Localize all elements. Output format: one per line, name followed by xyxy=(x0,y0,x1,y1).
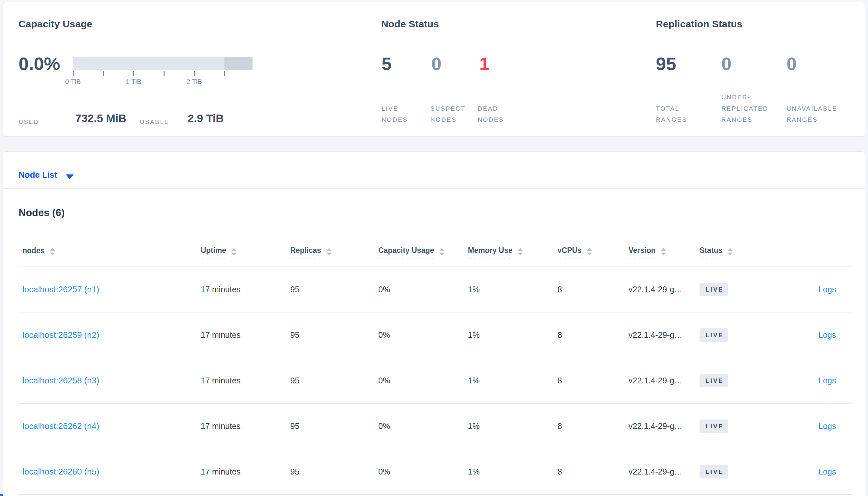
logs-link[interactable]: Logs xyxy=(819,285,836,294)
column-header-status[interactable]: Status xyxy=(700,246,782,259)
tick-label: 0 TiB xyxy=(54,78,92,86)
sort-icon xyxy=(661,248,666,255)
column-label: Replicas xyxy=(290,246,321,259)
dead-nodes-label: DEAD NODES xyxy=(478,103,520,125)
memory-cell: 1% xyxy=(468,467,557,477)
column-label: Status xyxy=(700,246,722,259)
live-nodes-label: LIVE NODES xyxy=(381,103,421,125)
memory-cell: 1% xyxy=(468,330,557,340)
sort-icon xyxy=(728,248,733,255)
table-row: localhost:26258 (n3) 17 minutes 95 0% 1%… xyxy=(18,358,852,404)
tick-mark xyxy=(194,71,195,76)
tick-mark xyxy=(164,71,165,76)
used-value: 732.5 MiB xyxy=(75,112,126,125)
replication-status-title: Replication Status xyxy=(656,18,742,30)
used-label: USED xyxy=(18,119,39,126)
node-link[interactable]: localhost:26262 (n4) xyxy=(23,421,99,431)
vcpus-cell: 8 xyxy=(557,421,629,431)
uptime-cell: 17 minutes xyxy=(201,330,290,340)
sort-icon xyxy=(50,248,55,255)
status-badge: LIVE xyxy=(700,328,728,342)
tick-label: 2 TiB xyxy=(175,78,214,86)
uptime-cell: 17 minutes xyxy=(201,467,290,477)
node-link[interactable]: localhost:26257 (n1) xyxy=(23,284,99,294)
column-header-version[interactable]: Version xyxy=(629,246,700,259)
tick-mark xyxy=(73,71,74,76)
sort-icon xyxy=(327,248,332,255)
bottom-edge-element xyxy=(0,494,3,496)
column-header-memory-use[interactable]: Memory Use xyxy=(468,246,557,259)
logs-link[interactable]: Logs xyxy=(819,376,836,385)
live-nodes-count: 5 xyxy=(381,54,392,74)
usable-label: USABLE xyxy=(140,119,169,126)
tick-mark xyxy=(103,71,104,76)
under-replicated-ranges-count: 0 xyxy=(721,54,732,74)
version-cell: v22.1.4-29-g… xyxy=(629,285,700,294)
tick-mark xyxy=(224,71,225,76)
status-badge: LIVE xyxy=(700,283,728,296)
tick-label: 1 TiB xyxy=(114,78,153,86)
status-badge: LIVE xyxy=(700,465,728,478)
table-row: localhost:26260 (n5) 17 minutes 95 0% 1%… xyxy=(18,449,852,495)
column-header-replicas[interactable]: Replicas xyxy=(290,246,378,259)
replicas-cell: 95 xyxy=(290,421,378,431)
nodes-table: nodes Uptime Replicas Capacity Usage Mem… xyxy=(18,238,852,495)
total-ranges-count: 95 xyxy=(656,54,676,74)
tick-mark xyxy=(133,71,134,76)
unavailable-ranges-count: 0 xyxy=(787,54,797,74)
memory-cell: 1% xyxy=(468,376,557,385)
version-cell: v22.1.4-29-g… xyxy=(629,376,700,385)
table-row: localhost:26259 (n2) 17 minutes 95 0% 1%… xyxy=(18,312,852,358)
suspect-nodes-label: SUSPECT NODES xyxy=(430,103,478,125)
logs-link[interactable]: Logs xyxy=(819,421,836,431)
uptime-cell: 17 minutes xyxy=(201,421,290,431)
column-label: nodes xyxy=(23,246,45,258)
replicas-cell: 95 xyxy=(290,330,378,340)
vcpus-cell: 8 xyxy=(557,330,629,340)
capacity-cell: 0% xyxy=(378,421,468,431)
column-header-capacity-usage[interactable]: Capacity Usage xyxy=(378,246,468,259)
sort-icon xyxy=(518,248,523,255)
uptime-cell: 17 minutes xyxy=(201,285,290,294)
node-status-title: Node Status xyxy=(381,18,439,30)
capacity-cell: 0% xyxy=(378,376,468,385)
capacity-usage-bar xyxy=(73,57,253,69)
replicas-cell: 95 xyxy=(290,467,378,477)
column-label: Uptime xyxy=(201,246,226,259)
vcpus-cell: 8 xyxy=(557,376,629,385)
node-link[interactable]: localhost:26258 (n3) xyxy=(23,376,99,385)
capacity-usage-title: Capacity Usage xyxy=(18,18,92,30)
sort-icon xyxy=(439,248,445,255)
column-label: Capacity Usage xyxy=(378,246,434,259)
column-header-vcpus[interactable]: vCPUs xyxy=(557,246,629,259)
column-header-nodes[interactable]: nodes xyxy=(23,246,201,258)
logs-link[interactable]: Logs xyxy=(819,330,836,339)
dead-nodes-count: 1 xyxy=(479,54,489,74)
status-badge: LIVE xyxy=(700,374,728,387)
column-header-uptime[interactable]: Uptime xyxy=(201,246,290,259)
version-cell: v22.1.4-29-g… xyxy=(629,467,700,477)
sort-icon xyxy=(587,248,592,255)
table-row: localhost:26257 (n1) 17 minutes 95 0% 1%… xyxy=(18,267,852,312)
logs-link[interactable]: Logs xyxy=(819,467,836,476)
capacity-cell: 0% xyxy=(378,330,468,340)
capacity-bar-dark-segment xyxy=(224,57,253,69)
node-list-dropdown[interactable]: Node List xyxy=(3,152,865,189)
node-link[interactable]: localhost:26259 (n2) xyxy=(23,330,99,340)
sort-icon xyxy=(231,248,237,255)
uptime-cell: 17 minutes xyxy=(201,376,290,385)
cluster-overview-panel: Capacity Usage 0.0% 0 TiB 1 TiB 2 TiB US… xyxy=(3,2,865,137)
status-badge: LIVE xyxy=(700,419,728,433)
capacity-percent: 0.0% xyxy=(18,54,60,74)
nodes-heading: Nodes (6) xyxy=(18,207,64,219)
caret-down-icon xyxy=(66,174,74,179)
column-label: vCPUs xyxy=(557,246,582,259)
node-link[interactable]: localhost:26260 (n5) xyxy=(23,467,99,477)
column-label: Memory Use xyxy=(468,246,512,259)
unavailable-ranges-label: UNAVAILABLE RANGES xyxy=(787,103,862,125)
vcpus-cell: 8 xyxy=(557,467,629,477)
replicas-cell: 95 xyxy=(290,285,378,294)
table-row: localhost:26262 (n4) 17 minutes 95 0% 1%… xyxy=(18,404,852,449)
suspect-nodes-count: 0 xyxy=(431,54,442,74)
column-label: Version xyxy=(629,246,656,259)
